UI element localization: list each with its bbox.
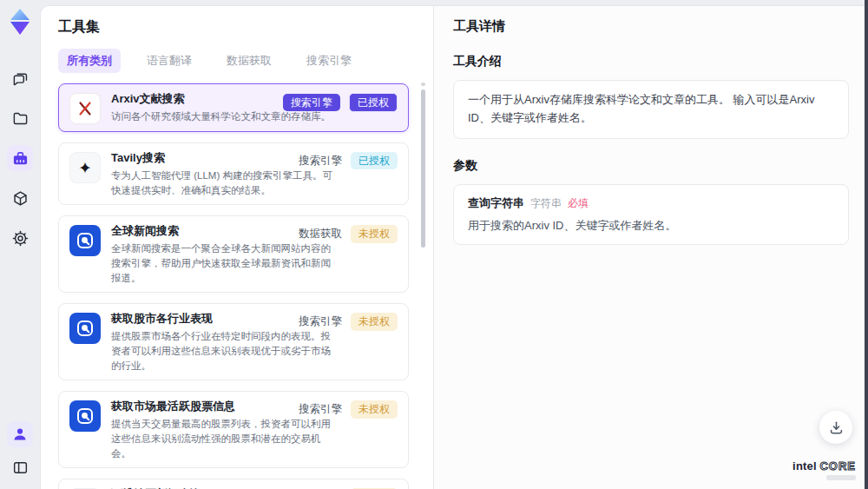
tool-card-sector-performance[interactable]: 获取股市各行业表现 提供股票市场各个行业在特定时间段内的表现。投资者可以利用这些…: [58, 303, 409, 380]
category-label: 搜索引擎: [299, 154, 342, 169]
gear-icon: [12, 230, 29, 247]
sidebar-item-collapse[interactable]: [7, 454, 33, 480]
sidebar-item-chat[interactable]: [7, 65, 33, 91]
category-label: 搜索引擎: [299, 314, 342, 329]
tools-panel: 工具集 所有类别 语言翻译 数据获取 搜索引擎 A: [41, 6, 434, 489]
folder-icon: [12, 110, 29, 127]
user-icon: [12, 426, 28, 442]
tool-tags: 搜索引擎 未授权: [299, 400, 398, 418]
page-title: 工具集: [58, 18, 433, 36]
auth-status-badge: 未授权: [351, 313, 398, 330]
tool-tags: 数据获取 未授权: [299, 225, 398, 242]
news-search-icon: [69, 313, 101, 344]
auth-status-badge: 未授权: [351, 225, 398, 242]
tool-card-global-news[interactable]: 全球新闻搜索 全球新闻搜索是一个聚合全球各大新闻网站内容的搜索引擎，帮助用户快速…: [58, 215, 409, 293]
tool-tags: 搜索引擎 未授权: [299, 313, 398, 330]
sidebar-item-packages[interactable]: [7, 185, 33, 211]
tool-description: 专为人工智能代理 (LLM) 构建的搜索引擎工具。可快速提供实时、准确和真实的结…: [111, 169, 333, 197]
news-search-icon: [69, 225, 101, 256]
scrollbar-cap: [421, 83, 425, 86]
tool-description: 提供股票市场各个行业在特定时间段内的表现。投资者可以利用这些信息来识别表现优于或…: [111, 329, 333, 373]
intel-core-subtext-bar: [826, 475, 856, 480]
tab-data-fetching[interactable]: 数据获取: [218, 49, 280, 73]
parameter-card: 查询字符串 字符串 必填 用于搜索的Arxiv ID、关键字或作者姓名。: [453, 184, 849, 245]
tab-language-translation[interactable]: 语言翻译: [138, 49, 201, 73]
core-wordmark: core: [819, 459, 856, 472]
tool-tags: 搜索引擎 已授权: [283, 93, 398, 112]
tool-intro-card: 一个用于从Arxiv存储库搜索科学论文和文章的工具。 输入可以是Arxiv ID…: [453, 80, 849, 139]
intel-wordmark: intel: [792, 459, 817, 472]
toolbox-icon: [12, 150, 29, 167]
download-icon: [829, 420, 844, 435]
required-badge: 必填: [568, 196, 589, 211]
tool-card-regional-news[interactable]: 万维地区新闻查询 查询具体行政区划内的新闻，快速了解各地新闻动 搜索引擎 未授权: [58, 479, 409, 489]
category-label: 搜索引擎: [299, 402, 342, 417]
sidebar-item-account[interactable]: [7, 421, 33, 447]
main-surface: 工具集 所有类别 语言翻译 数据获取 搜索引擎 A: [40, 5, 868, 489]
panel-toggle-icon: [12, 459, 29, 476]
category-label: 数据获取: [299, 227, 342, 241]
tool-card-arxiv[interactable]: Arxiv文献搜索 访问各个研究领域大量科学论文和文章的存储库。 搜索引擎 已授…: [58, 83, 409, 132]
download-button[interactable]: [819, 411, 852, 444]
category-tabs: 所有类别 语言翻译 数据获取 搜索引擎: [58, 49, 433, 73]
category-badge: 搜索引擎: [283, 94, 340, 111]
tool-intro-text: 一个用于从Arxiv存储库搜索科学论文和文章的工具。 输入可以是Arxiv ID…: [468, 91, 834, 128]
auth-status-badge: 未授权: [351, 400, 398, 418]
params-section-title: 参数: [453, 158, 849, 174]
auth-status-badge: 已授权: [349, 93, 398, 112]
sidebar: [0, 0, 40, 489]
tool-description: 全球新闻搜索是一个聚合全球各大新闻网站内容的搜索引擎，帮助用户快速获取全球最新资…: [111, 241, 333, 285]
tool-detail-panel: 工具详情 工具介绍 一个用于从Arxiv存储库搜索科学论文和文章的工具。 输入可…: [434, 6, 868, 489]
tab-search-engine[interactable]: 搜索引擎: [298, 49, 360, 73]
cube-icon: [12, 190, 29, 207]
sidebar-item-settings[interactable]: [7, 225, 33, 251]
parameter-name: 查询字符串: [468, 195, 524, 211]
app-logo-icon: [7, 8, 33, 36]
scrollbar-thumb[interactable]: [421, 89, 425, 248]
tool-card-tavily[interactable]: ✦ Tavily搜索 专为人工智能代理 (LLM) 构建的搜索引擎工具。可快速提…: [58, 142, 409, 205]
intro-section-title: 工具介绍: [453, 54, 849, 69]
parameter-description: 用于搜索的Arxiv ID、关键字或作者姓名。: [468, 218, 834, 234]
arxiv-logo-icon: [69, 93, 101, 124]
intel-core-badge: intel core: [792, 460, 856, 480]
tool-tags: 搜索引擎 已授权: [299, 152, 398, 169]
parameter-header: 查询字符串 字符串 必填: [468, 195, 834, 211]
auth-status-badge: 已授权: [351, 152, 398, 169]
sidebar-item-toolbox[interactable]: [7, 145, 33, 171]
app-window: 工具集 所有类别 语言翻译 数据获取 搜索引擎 A: [0, 0, 868, 489]
tool-description: 提供当天交易量最高的股票列表，投资者可以利用这些信息来识别流动性强的股票和潜在的…: [111, 417, 333, 460]
tab-all-categories[interactable]: 所有类别: [58, 49, 121, 73]
sidebar-item-files[interactable]: [7, 105, 33, 131]
chat-icon: [12, 70, 29, 87]
news-search-icon: [69, 400, 101, 432]
tool-card-active-stocks[interactable]: 获取市场最活跃股票信息 提供当天交易量最高的股票列表，投资者可以利用这些信息来识…: [58, 391, 409, 468]
detail-title: 工具详情: [453, 18, 849, 35]
tool-list: Arxiv文献搜索 访问各个研究领域大量科学论文和文章的存储库。 搜索引擎 已授…: [58, 83, 433, 489]
window-edge-strip: [865, 0, 868, 489]
sparkle-icon: ✦: [69, 152, 101, 183]
parameter-type: 字符串: [530, 196, 562, 211]
tool-list-scrollbar: [421, 83, 425, 484]
